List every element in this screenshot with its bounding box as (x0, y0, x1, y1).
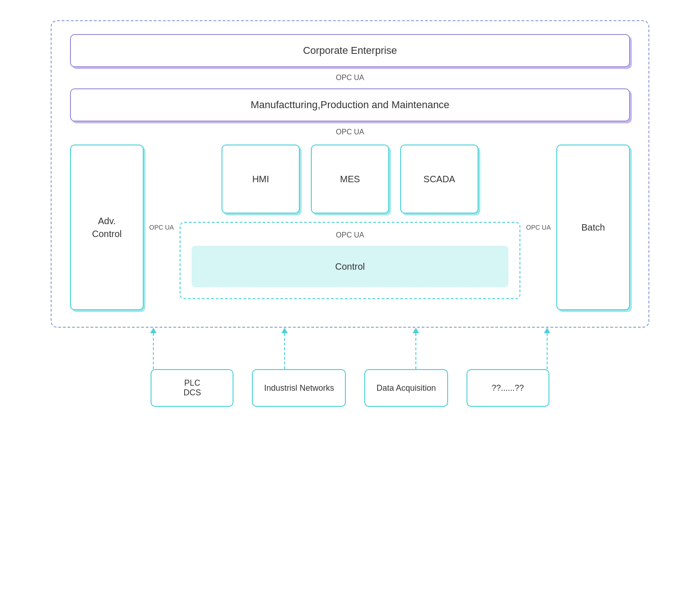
arrow-head-2 (281, 328, 288, 333)
batch-box: Batch (556, 145, 630, 310)
hmi-box: HMI (222, 145, 300, 214)
opc-ua-label-2: OPC UA (336, 128, 364, 136)
inner-dashed-box: OPC UA Control (180, 222, 521, 299)
arrow-head-4 (544, 328, 550, 333)
dashed-arrow-3 (413, 328, 419, 369)
arrow-col-1 (150, 328, 157, 369)
bottom-boxes-row: PLCDCS Industrisl Networks Data Acquisit… (151, 369, 549, 407)
bottom-section: PLCDCS Industrisl Networks Data Acquisit… (51, 328, 649, 407)
industrial-networks-box: Industrisl Networks (252, 369, 346, 407)
data-acquisition-label: Data Acquisition (376, 383, 436, 393)
opc-ua-side-right: OPC UA (520, 145, 556, 310)
dashed-line-1 (153, 333, 154, 369)
arrow-col-4 (544, 328, 550, 369)
control-label: Control (335, 261, 365, 272)
industrial-networks-label: Industrisl Networks (264, 383, 334, 393)
arrow-col-3 (413, 328, 419, 369)
adv-control-label: Adv.Control (92, 214, 122, 240)
middle-column: HMI MES SCADA OPC UA Control (180, 145, 521, 310)
arrow-col-2 (281, 328, 288, 369)
arrow-head-1 (150, 328, 157, 333)
dashed-arrow-2 (281, 328, 288, 369)
scada-box: SCADA (400, 145, 478, 214)
plc-dcs-box: PLCDCS (151, 369, 233, 407)
hmi-label: HMI (252, 174, 269, 185)
diagram-container: Corporate Enterprise OPC UA Manufactturi… (28, 20, 672, 582)
control-box: Control (192, 246, 509, 287)
opc-ua-side-left: OPC UA (144, 145, 180, 310)
dashed-arrow-4 (544, 328, 550, 369)
components-row: Adv.Control OPC UA HMI MES (70, 145, 630, 310)
manufacturing-box: Manufactturing,Production and Maintenanc… (70, 88, 630, 122)
scada-label: SCADA (424, 174, 455, 185)
middle-section: OPC UA Adv.Control OPC UA HMI (70, 128, 630, 310)
mes-label: MES (340, 174, 360, 185)
inner-opc-label: OPC UA (336, 231, 364, 239)
adv-control-box: Adv.Control (70, 145, 144, 310)
mes-box: MES (311, 145, 389, 214)
corporate-enterprise-label: Corporate Enterprise (303, 45, 397, 57)
data-acquisition-box: Data Acquisition (364, 369, 448, 407)
plc-dcs-label: PLCDCS (183, 378, 201, 398)
top-boxes-row: HMI MES SCADA (180, 145, 521, 214)
unknown-label: ??......?? (492, 383, 524, 393)
corporate-enterprise-box: Corporate Enterprise (70, 34, 630, 67)
arrows-row (69, 328, 631, 369)
dashed-line-3 (415, 333, 416, 369)
opc-ua-label-1: OPC UA (336, 74, 364, 82)
dashed-arrow-1 (150, 328, 157, 369)
unknown-box: ??......?? (467, 369, 549, 407)
dashed-line-2 (284, 333, 285, 369)
batch-label: Batch (581, 222, 605, 233)
outer-dashed-border: Corporate Enterprise OPC UA Manufactturi… (51, 20, 649, 328)
arrow-head-3 (413, 328, 419, 333)
dashed-line-4 (547, 333, 548, 369)
manufacturing-label: Manufactturing,Production and Maintenanc… (251, 99, 449, 111)
